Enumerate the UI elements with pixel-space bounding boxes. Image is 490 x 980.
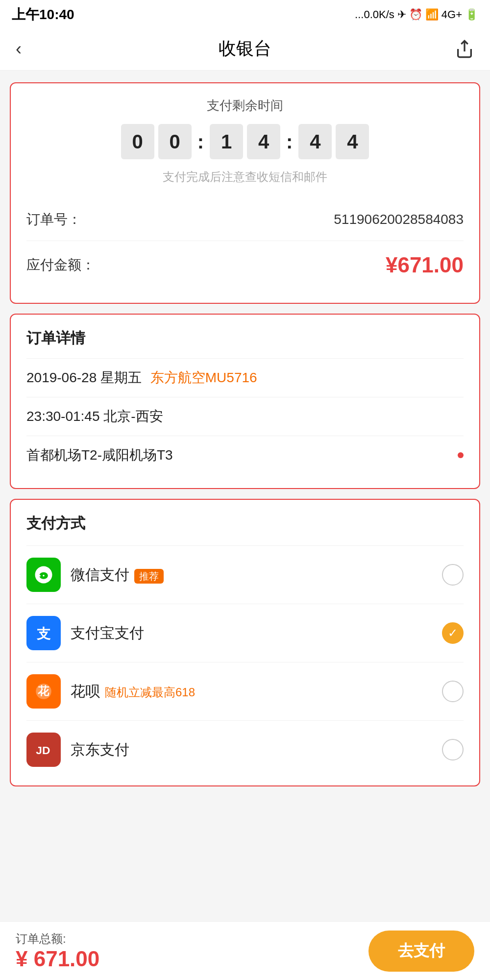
order-number-row: 订单号： 51190620028584083 — [26, 198, 464, 241]
huabei-radio[interactable] — [442, 681, 464, 702]
flight-airline: 东方航空MU5716 — [150, 370, 257, 385]
flight-time-row: 23:30-01:45 北京-西安 — [26, 397, 464, 436]
payment-option-jd[interactable]: JD 京东支付 — [26, 720, 464, 772]
battery-icon: 🔋 — [465, 8, 478, 21]
signal-icon: ✈ — [397, 8, 406, 21]
digit-0: 0 — [121, 124, 154, 159]
bottom-bar: 订单总额: ¥ 671.00 去支付 — [0, 921, 490, 980]
timer-label: 支付剩余时间 — [26, 97, 464, 114]
svg-text:JD: JD — [36, 744, 50, 757]
order-amount-row: 应付金额： ¥671.00 — [26, 241, 464, 289]
wechat-pay-label: 微信支付推荐 — [71, 565, 432, 585]
timer-section: 支付剩余时间 0 0 : 1 4 : 4 4 支付完成后注意查收短信和邮件 — [11, 83, 479, 198]
network-type: 4G+ — [441, 8, 462, 21]
order-info: 订单号： 51190620028584083 应付金额： ¥671.00 — [11, 198, 479, 303]
alipay-radio[interactable] — [442, 622, 464, 644]
flight-time: 23:30-01:45 北京-西安 — [26, 409, 163, 424]
digit-1: 0 — [158, 124, 192, 159]
status-time: 上午10:40 — [12, 5, 74, 24]
order-number-label: 订单号： — [26, 210, 81, 229]
red-dot — [458, 452, 464, 458]
flight-date: 2019-06-28 星期五 — [26, 370, 142, 385]
main-content: 支付剩余时间 0 0 : 1 4 : 4 4 支付完成后注意查收短信和邮件 订单… — [0, 71, 490, 867]
detail-title: 订单详情 — [26, 328, 464, 348]
jd-radio[interactable] — [442, 739, 464, 760]
timer-digits: 0 0 : 1 4 : 4 4 — [26, 124, 464, 159]
timer-note: 支付完成后注意查收短信和邮件 — [26, 169, 464, 185]
huabei-icon: 花 — [26, 674, 61, 709]
signal-bars: 📶 — [425, 8, 439, 21]
sep-1: : — [197, 131, 204, 153]
huabei-promo: 随机立减最高618 — [105, 686, 195, 699]
detail-section: 订单详情 2019-06-28 星期五 东方航空MU5716 23:30-01:… — [11, 315, 479, 488]
payment-card: 支付方式 微信支付推荐 支 支付宝支付 — [10, 499, 480, 786]
total-label: 订单总额: — [16, 931, 99, 947]
pay-button[interactable]: 去支付 — [368, 931, 474, 972]
alipay-icon: 支 — [26, 616, 61, 650]
order-amount-value: ¥671.00 — [386, 253, 464, 277]
airports: 首都机场T2-咸阳机场T3 — [26, 446, 173, 465]
svg-text:花: 花 — [37, 685, 49, 697]
clock-icon: ⏰ — [409, 8, 422, 21]
network-speed: ...0.0K/s — [355, 8, 394, 21]
svg-text:支: 支 — [36, 626, 51, 641]
status-bar: 上午10:40 ...0.0K/s ✈ ⏰ 📶 4G+ 🔋 — [0, 0, 490, 27]
digit-5: 4 — [336, 124, 369, 159]
timer-order-card: 支付剩余时间 0 0 : 1 4 : 4 4 支付完成后注意查收短信和邮件 订单… — [10, 82, 480, 304]
order-number-value: 51190620028584083 — [334, 212, 464, 227]
digit-4: 4 — [298, 124, 332, 159]
payment-option-wechat[interactable]: 微信支付推荐 — [26, 545, 464, 604]
back-button[interactable]: ‹ — [16, 39, 45, 59]
payment-option-alipay[interactable]: 支 支付宝支付 — [26, 604, 464, 662]
jd-label: 京东支付 — [71, 740, 432, 760]
payment-section: 支付方式 微信支付推荐 支 支付宝支付 — [11, 500, 479, 785]
wechat-radio[interactable] — [442, 564, 464, 586]
airport-row: 首都机场T2-咸阳机场T3 — [26, 436, 464, 474]
digit-3: 4 — [247, 124, 280, 159]
wechat-icon — [26, 558, 61, 592]
alipay-label: 支付宝支付 — [71, 623, 432, 643]
order-detail-card: 订单详情 2019-06-28 星期五 东方航空MU5716 23:30-01:… — [10, 314, 480, 489]
airport-info: 首都机场T2-咸阳机场T3 — [26, 446, 464, 465]
jd-icon: JD — [26, 733, 61, 767]
huabei-label: 花呗随机立减最高618 — [71, 682, 432, 702]
bottom-total: 订单总额: ¥ 671.00 — [16, 931, 99, 971]
order-amount-label: 应付金额： — [26, 256, 95, 274]
wechat-badge: 推荐 — [134, 569, 164, 584]
sep-2: : — [286, 131, 293, 153]
page-title: 收银台 — [219, 37, 271, 61]
flight-date-row: 2019-06-28 星期五 东方航空MU5716 — [26, 358, 464, 397]
top-nav: ‹ 收银台 — [0, 27, 490, 71]
share-button[interactable] — [445, 39, 474, 59]
payment-title: 支付方式 — [26, 514, 464, 534]
status-icons: ...0.0K/s ✈ ⏰ 📶 4G+ 🔋 — [355, 8, 478, 21]
payment-option-huabei[interactable]: 花 花呗随机立减最高618 — [26, 662, 464, 720]
total-amount: ¥ 671.00 — [16, 947, 99, 971]
digit-2: 1 — [210, 124, 243, 159]
